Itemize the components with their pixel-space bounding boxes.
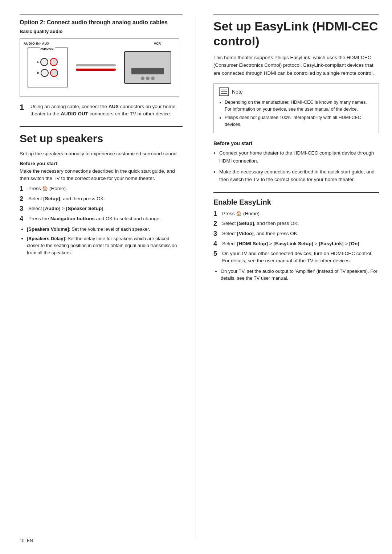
section-separator [20, 126, 183, 127]
channel-l-label: L [37, 61, 39, 63]
diagram-label-audio-in: AUDIO IN- AUX [24, 42, 49, 45]
note-line-2 [221, 91, 227, 92]
right-before-item-1: Connect your home theater to the HDMI-CE… [219, 149, 379, 165]
note-icon [219, 87, 229, 96]
step1-audio-out: AUDIO OUT [61, 111, 88, 116]
enable-step5-text: On your TV and other connected devices, … [222, 250, 379, 265]
vcr-device [124, 51, 171, 84]
speakers-step4: 4 Press the Navigation buttons and OK to… [20, 215, 183, 223]
home-icon-1: 🏠 [42, 185, 48, 192]
bullet-volume: [Speakers Volume]: Set the volume level … [27, 226, 183, 233]
enable-sub-bullet: On your TV, set the audio output to 'Amp… [221, 268, 379, 282]
step1-block: 1 Using an analog cable, connect the AUX… [20, 103, 183, 118]
vcr-btn-2 [146, 77, 150, 80]
speakers-step2-num: 2 [20, 195, 26, 203]
right-before-heading: Before you start [213, 140, 379, 146]
enable-step5: 5 On your TV and other connected devices… [213, 250, 379, 265]
speakers-desc: Set up the speakers manually to experien… [20, 150, 183, 157]
note-item-2: Philips does not guarantee 100% interope… [225, 114, 373, 128]
option2-heading: Option 2: Connect audio through analog a… [20, 19, 183, 26]
channel-r-label: R [37, 71, 39, 74]
step1-text: Using an analog cable, connect the AUX c… [30, 103, 183, 118]
right-before-item-2: Make the necessary connections described… [219, 168, 379, 184]
step1-aux: AUX [109, 104, 119, 109]
speakers-heading: Set up speakers [20, 132, 183, 145]
vcr-buttons [141, 77, 155, 80]
enable-step1-num: 1 [213, 210, 220, 218]
enable-step3-num: 3 [213, 230, 220, 238]
enable-easylink-heading: Enable EasyLink [213, 198, 379, 206]
speakers-step2-text: Select [Setup], and then press OK. [28, 195, 105, 202]
enable-step1-text: Press 🏠 (Home). [222, 210, 261, 217]
jack-l-white [40, 58, 48, 66]
bullet-volume-text: : Set the volume level of each speaker. [69, 226, 150, 232]
before-text: Make the necessary connections described… [20, 168, 183, 182]
speakers-step1: 1 Press 🏠 (Home). [20, 185, 183, 193]
jack-r-white [41, 69, 49, 77]
enable-step2: 2 Select [Setup], and then press OK. [213, 220, 379, 228]
enable-step4-num: 4 [213, 240, 220, 248]
enable-step5-num: 5 [213, 250, 220, 258]
note-line-1 [221, 90, 227, 90]
enable-step3-text: Select [Video], and then press OK. [222, 230, 299, 237]
speakers-step4-num: 4 [20, 215, 26, 223]
speakers-step3-text: Select [Audio] > [Speaker Setup]. [28, 205, 105, 212]
speakers-step4-text: Press the Navigation buttons and OK to s… [28, 215, 161, 222]
cable-white [76, 64, 116, 66]
home-icon-2: 🏠 [236, 210, 242, 217]
speakers-step2: 2 Select [Setup], and then press OK. [20, 195, 183, 203]
easylink-desc: This home theater supports Philips EasyL… [213, 54, 379, 77]
enable-step2-num: 2 [213, 220, 220, 228]
vcr-btn-1 [141, 77, 144, 80]
page-number: 10 [20, 538, 24, 543]
bullet-delay-label: [Speakers Delay] [27, 236, 65, 241]
enable-sub-bullet-list: On your TV, set the audio output to 'Amp… [221, 268, 379, 282]
step1-before: Using an analog cable, connect the [30, 104, 109, 109]
jack-l-red [50, 58, 58, 66]
bullet-delay: [Speakers Delay]: Set the delay time for… [27, 235, 183, 257]
audio-diagram: AUDIO IN- AUX VCR AUDIO OUT L R [20, 38, 179, 97]
vcr-btn-3 [151, 77, 155, 80]
vcr-slot [131, 68, 164, 74]
speakers-step1-text: Press 🏠 (Home). [28, 185, 67, 192]
diagram-label-vcr: VCR [154, 42, 161, 45]
step1-number: 1 [20, 103, 28, 112]
enable-step3: 3 Select [Video], and then press OK. [213, 230, 379, 238]
note-line-3 [221, 93, 227, 94]
speakers-step3-num: 3 [20, 205, 26, 213]
quality-label: Basic quality audio [20, 29, 183, 34]
enable-step1: 1 Press 🏠 (Home). [213, 210, 379, 218]
speakers-step1-num: 1 [20, 185, 26, 193]
note-label: Note [232, 89, 243, 95]
speakers-bullet-list: [Speakers Volume]: Set the volume level … [27, 226, 183, 256]
right-section-sep [213, 192, 379, 193]
enable-step4: 4 Select [HDMI Setup] > [EasyLink Setup]… [213, 240, 379, 248]
cable-area [74, 64, 118, 71]
page-footer: 10 EN [20, 538, 33, 543]
note-box: Note Depending on the manufacturer, HDMI… [213, 83, 379, 133]
before-you-start-label: Before you start [20, 161, 183, 166]
cable-red [76, 69, 116, 71]
enable-step4-text: Select [HDMI Setup] > [EasyLink Setup] >… [222, 240, 361, 247]
note-header: Note [219, 87, 373, 96]
enable-step2-text: Select [Setup], and then press OK. [222, 220, 299, 227]
right-before-list: Connect your home theater to the HDMI-CE… [219, 149, 379, 183]
bullet-volume-label: [Speakers Volume] [27, 226, 69, 232]
note-list: Depending on the manufacturer, HDMI-CEC … [225, 99, 373, 128]
jack-r-red [50, 69, 58, 77]
easylink-heading: Set up EasyLink (HDMI-CEC control) [213, 19, 379, 49]
step1-after: connectors on the TV or other device. [88, 111, 171, 116]
audio-panel-device: AUDIO OUT L R [28, 48, 68, 87]
page-lang: EN [27, 538, 33, 543]
audio-out-label: AUDIO OUT [40, 48, 55, 50]
note-item-1: Depending on the manufacturer, HDMI-CEC … [225, 99, 373, 113]
speakers-step3: 3 Select [Audio] > [Speaker Setup]. [20, 205, 183, 213]
